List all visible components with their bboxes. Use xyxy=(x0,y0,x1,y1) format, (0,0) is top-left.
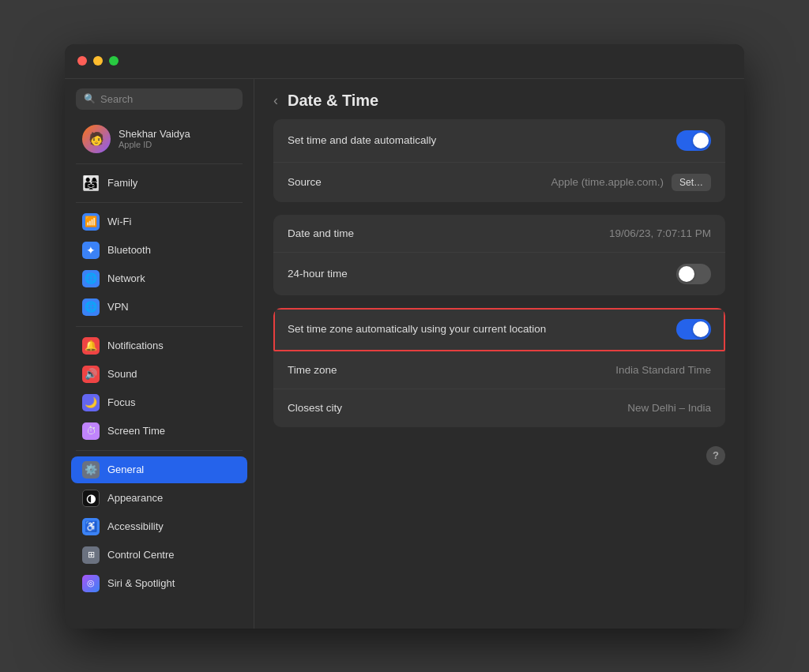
sidebar-item-notifications[interactable]: 🔔 Notifications xyxy=(71,332,247,359)
sidebar-label-family: Family xyxy=(107,177,137,189)
sidebar-label-accessibility: Accessibility xyxy=(107,520,164,532)
closest-city-row: Closest city New Delhi – India xyxy=(273,389,725,427)
search-box[interactable]: 🔍 Search xyxy=(76,88,243,110)
sidebar-label-general: General xyxy=(107,464,144,475)
auto-timezone-row: Set time zone automatically using your c… xyxy=(273,308,725,351)
sidebar-item-siri[interactable]: ◎ Siri & Spotlight xyxy=(71,570,247,597)
set-button[interactable]: Set… xyxy=(672,174,711,191)
screentime-icon: ⏱ xyxy=(82,422,100,440)
sidebar-item-vpn[interactable]: 🌐 VPN xyxy=(71,294,247,321)
24hour-row: 24-hour time xyxy=(273,253,725,295)
page-title: Date & Time xyxy=(288,92,378,110)
accessibility-icon: ♿ xyxy=(82,518,100,535)
sidebar-label-screentime: Screen Time xyxy=(107,425,165,437)
vpn-icon: 🌐 xyxy=(82,298,100,316)
closest-city-label: Closest city xyxy=(288,402,342,414)
search-input-placeholder: Search xyxy=(100,93,133,105)
date-time-label: Date and time xyxy=(288,227,354,239)
sidebar-label-sound: Sound xyxy=(107,368,137,380)
date-time-text: 19/06/23, 7:07:11 PM xyxy=(609,227,711,239)
siri-icon: ◎ xyxy=(82,575,100,592)
auto-timezone-label: Set time zone automatically using your c… xyxy=(288,323,546,335)
user-profile[interactable]: 🧑 Shekhar Vaidya Apple ID xyxy=(71,120,247,158)
controlcentre-icon: ⊞ xyxy=(82,546,100,564)
source-value: Apple (time.apple.com.) Set… xyxy=(551,174,711,191)
source-label: Source xyxy=(288,176,322,188)
focus-icon: 🌙 xyxy=(82,394,100,411)
divider-3 xyxy=(76,326,243,327)
source-row: Source Apple (time.apple.com.) Set… xyxy=(273,163,725,202)
date-time-value: 19/06/23, 7:07:11 PM xyxy=(609,227,711,239)
minimize-button[interactable] xyxy=(93,56,103,66)
date-time-row: Date and time 19/06/23, 7:07:11 PM xyxy=(273,215,725,253)
timezone-text: India Standard Time xyxy=(615,364,711,376)
toggle-knob-tz xyxy=(693,321,709,337)
sidebar-item-network[interactable]: 🌐 Network xyxy=(71,265,247,292)
maximize-button[interactable] xyxy=(109,56,119,66)
sidebar-item-general[interactable]: ⚙️ General xyxy=(71,456,247,483)
auto-timezone-value xyxy=(676,319,711,340)
appearance-icon: ◑ xyxy=(82,490,100,507)
sidebar: 🔍 Search 🧑 Shekhar Vaidya Apple ID 👨‍👩‍👧… xyxy=(65,79,254,629)
divider-1 xyxy=(76,163,243,164)
network-icon: 🌐 xyxy=(82,270,100,287)
sidebar-item-focus[interactable]: 🌙 Focus xyxy=(71,389,247,416)
user-subtitle: Apple ID xyxy=(119,140,190,149)
sidebar-item-wifi[interactable]: 📶 Wi-Fi xyxy=(71,208,247,235)
sidebar-item-sound[interactable]: 🔊 Sound xyxy=(71,361,247,388)
back-button[interactable]: ‹ xyxy=(273,92,278,109)
sidebar-item-screentime[interactable]: ⏱ Screen Time xyxy=(71,418,247,445)
user-name: Shekhar Vaidya xyxy=(119,128,190,140)
closest-city-text: New Delhi – India xyxy=(627,402,711,414)
auto-datetime-section: Set time and date automatically Source A… xyxy=(273,119,725,202)
traffic-lights xyxy=(77,56,119,66)
toggle-knob xyxy=(693,133,709,148)
main-header: ‹ Date & Time xyxy=(254,79,744,119)
content-area: 🔍 Search 🧑 Shekhar Vaidya Apple ID 👨‍👩‍👧… xyxy=(65,79,744,629)
sidebar-item-family[interactable]: 👨‍👩‍👧 Family xyxy=(71,170,247,197)
sidebar-label-focus: Focus xyxy=(107,396,135,408)
user-info: Shekhar Vaidya Apple ID xyxy=(119,128,190,149)
wifi-icon: 📶 xyxy=(82,213,100,231)
help-area: ? xyxy=(273,440,725,471)
sidebar-label-controlcentre: Control Centre xyxy=(107,549,175,561)
timezone-section: Set time zone automatically using your c… xyxy=(273,308,725,427)
24hour-label: 24-hour time xyxy=(288,268,348,280)
bluetooth-icon: ✦ xyxy=(82,242,100,259)
search-container: 🔍 Search xyxy=(65,88,254,119)
main-body: Set time and date automatically Source A… xyxy=(254,119,744,629)
set-auto-label: Set time and date automatically xyxy=(288,134,436,146)
divider-4 xyxy=(76,450,243,451)
family-icon: 👨‍👩‍👧 xyxy=(82,175,100,192)
sidebar-label-vpn: VPN xyxy=(107,301,129,313)
timezone-row: Time zone India Standard Time xyxy=(273,351,725,389)
general-icon: ⚙️ xyxy=(82,461,100,479)
24hour-toggle[interactable] xyxy=(676,264,711,284)
datetime-display-section: Date and time 19/06/23, 7:07:11 PM 24-ho… xyxy=(273,215,725,295)
timezone-label: Time zone xyxy=(288,364,337,376)
main-content: ‹ Date & Time Set time and date automati… xyxy=(254,79,744,629)
close-button[interactable] xyxy=(77,56,87,66)
sidebar-label-siri: Siri & Spotlight xyxy=(107,577,175,589)
notifications-icon: 🔔 xyxy=(82,337,100,355)
auto-timezone-toggle[interactable] xyxy=(676,319,711,340)
help-button[interactable]: ? xyxy=(706,446,725,465)
sidebar-item-controlcentre[interactable]: ⊞ Control Centre xyxy=(71,542,247,569)
system-preferences-window: 🔍 Search 🧑 Shekhar Vaidya Apple ID 👨‍👩‍👧… xyxy=(65,44,744,629)
toggle-knob-24h xyxy=(679,266,694,282)
sound-icon: 🔊 xyxy=(82,366,100,383)
sidebar-item-bluetooth[interactable]: ✦ Bluetooth xyxy=(71,237,247,264)
sidebar-label-wifi: Wi-Fi xyxy=(107,216,131,227)
24hour-value xyxy=(676,264,711,284)
sidebar-item-accessibility[interactable]: ♿ Accessibility xyxy=(71,513,247,540)
titlebar xyxy=(65,44,744,79)
source-text: Apple (time.apple.com.) xyxy=(551,176,664,188)
timezone-value: India Standard Time xyxy=(615,364,711,376)
avatar-emoji: 🧑 xyxy=(88,131,104,146)
sidebar-label-appearance: Appearance xyxy=(107,492,163,504)
divider-2 xyxy=(76,202,243,203)
sidebar-item-appearance[interactable]: ◑ Appearance xyxy=(71,485,247,512)
sidebar-label-bluetooth: Bluetooth xyxy=(107,244,151,256)
closest-city-value: New Delhi – India xyxy=(627,402,711,414)
set-auto-toggle[interactable] xyxy=(676,130,711,151)
